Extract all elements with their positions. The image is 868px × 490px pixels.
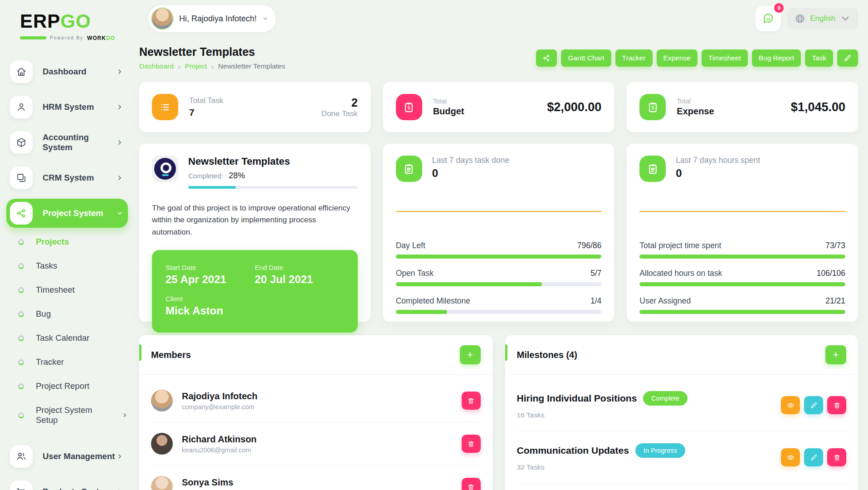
sidebar-item-user-management[interactable]: User Management [6, 442, 128, 471]
breadcrumb: Dashboard › Project › Newsletter Templat… [139, 62, 285, 70]
sidebar-item-dashboard[interactable]: Dashboard [6, 57, 128, 86]
member-name: Rajodiya Infotech [182, 391, 453, 402]
add-member-button[interactable]: + [460, 345, 481, 364]
project-progress-fill [188, 186, 236, 189]
start-date-value: 25 Apr 2021 [166, 273, 255, 286]
total-task-label: Total Task [189, 96, 311, 105]
trash-icon [833, 402, 841, 409]
hours-spent-chart-line [639, 211, 845, 212]
sidebar-item-products-system[interactable]: Products System [6, 477, 128, 490]
view-milestone-button[interactable] [781, 448, 800, 466]
chevron-right-icon [116, 103, 123, 111]
delete-milestone-button[interactable] [827, 448, 846, 466]
done-task-value: 2 [322, 96, 358, 109]
sidebar-subitem-timesheet[interactable]: Timesheet [18, 285, 128, 295]
messages-button[interactable]: 0 [756, 6, 781, 31]
sidebar-subitem-bug[interactable]: Bug [18, 309, 128, 319]
language-selector[interactable]: English [787, 8, 858, 29]
delete-milestone-button[interactable] [827, 396, 846, 414]
members-title: Members [151, 350, 191, 360]
edit-milestone-button[interactable] [804, 396, 823, 414]
logo-underline [20, 36, 46, 39]
sidebar-item-label: HRM System [43, 102, 116, 112]
sidebar-subitem-tracker[interactable]: Tracker [18, 357, 128, 367]
total-expense-card: $ Total Expense $1,045.00 [627, 82, 858, 132]
logo-work: WORK [87, 35, 106, 41]
bullet-ring-icon [18, 359, 24, 365]
sidebar-item-crm-system[interactable]: CRM System [6, 163, 128, 192]
user-icon [10, 96, 33, 118]
delete-member-button[interactable] [462, 392, 481, 410]
member-row: Sonya Sims picora7662@rezunz.com [151, 466, 481, 490]
chevron-down-icon [262, 15, 268, 22]
task-done-value: 0 [432, 167, 509, 180]
expense-button[interactable]: Expense [657, 49, 697, 67]
gantt-chart-button[interactable]: Gantt Chart [561, 49, 611, 67]
delete-member-button[interactable] [462, 435, 481, 453]
page-title: Newsletter Templates [139, 45, 285, 59]
members-card: Members + Rajodiya Infotech company@exam… [139, 335, 493, 490]
project-toolbar: Gantt Chart Tracker Expense Timesheet Bu… [536, 49, 858, 67]
add-milestone-button[interactable]: + [825, 345, 846, 364]
edit-project-button[interactable] [837, 49, 858, 67]
task-done-chart-line [396, 211, 602, 212]
total-task-card: Total Task 7 2 Done Task [139, 82, 371, 132]
share-button[interactable] [536, 49, 557, 67]
chevron-right-icon [122, 412, 128, 418]
breadcrumb-current: Newsletter Templates [218, 62, 285, 70]
member-email: company@example.com [182, 403, 453, 411]
task-button[interactable]: Task [805, 49, 833, 67]
sidebar-item-accounting-system[interactable]: Accounting System [6, 128, 128, 157]
sidebar-subitem-projects[interactable]: Projects [18, 237, 128, 247]
breadcrumb-project[interactable]: Project [185, 62, 207, 70]
sidebar-item-label: Dashboard [43, 67, 116, 77]
edit-milestone-button[interactable] [804, 448, 823, 466]
breadcrumb-separator: › [211, 63, 214, 70]
view-milestone-button[interactable] [781, 396, 800, 414]
bullet-ring-icon [18, 287, 24, 293]
bullet-ring-icon [18, 263, 24, 269]
sidebar-item-hrm-system[interactable]: HRM System [6, 93, 128, 122]
start-date-label: Start Date [166, 264, 255, 271]
app-logo[interactable]: ERPGO Powered By WORKDO [0, 9, 136, 42]
sidebar-item-project-system[interactable]: Project System [6, 199, 128, 228]
project-logo [152, 156, 178, 182]
expense-value: $1,045.00 [791, 100, 845, 114]
task-done-title: Last 7 days task done [432, 156, 509, 165]
member-row: Rajodiya Infotech company@example.com [151, 379, 481, 422]
list-icon [152, 94, 178, 120]
chevron-right-icon [116, 453, 123, 460]
clipboard-dollar-icon: $ [396, 94, 422, 120]
milestone-row: Hiring Individual Positions Complete 16 … [517, 379, 847, 431]
sidebar-item-label: Project System [43, 208, 116, 218]
member-email: keanu2006@gmail.com [182, 446, 453, 454]
chevron-right-icon [116, 139, 123, 146]
chevron-down-icon [116, 210, 123, 217]
milestone-title: Hiring Individual Positions [517, 393, 637, 404]
sidebar-subitem-project-system-setup[interactable]: Project System Setup [18, 405, 128, 425]
sidebar-subitem-tasks[interactable]: Tasks [18, 261, 128, 271]
user-menu[interactable]: Hi, Rajodiya Infotech! [148, 5, 276, 33]
bug-report-button[interactable]: Bug Report [752, 49, 801, 67]
bullet-ring-icon [18, 335, 24, 341]
end-date-label: End Date [255, 264, 344, 271]
completed-label: Completed: : [188, 172, 227, 180]
timesheet-button[interactable]: Timesheet [702, 49, 748, 67]
bullet-ring-icon [18, 412, 24, 418]
breadcrumb-separator: › [178, 63, 180, 70]
sidebar-subitem-project-report[interactable]: Project Report [18, 381, 128, 391]
share-icon [542, 54, 551, 62]
tracker-button[interactable]: Tracker [615, 49, 653, 67]
chat-bubble-icon [762, 12, 775, 25]
progress-row-completed-milestone: Completed Milestone1/4 [396, 296, 602, 314]
sidebar-subitem-task-calendar[interactable]: Task Calendar [18, 333, 128, 343]
progress-row-open-task: Open Task5/7 [396, 269, 602, 286]
progress-row-day-left: Day Left796/86 [396, 241, 602, 259]
breadcrumb-dashboard[interactable]: Dashboard [139, 62, 174, 70]
trash-icon [467, 483, 475, 490]
chevron-down-icon [840, 13, 851, 24]
task-done-card: Last 7 days task done 0 Day Left796/86 O… [383, 144, 614, 322]
end-date-value: 20 Jul 2021 [255, 273, 344, 286]
erpgo-dashboard: ERPGO Powered By WORKDO Dashboard HRM Sy… [0, 0, 868, 490]
delete-member-button[interactable] [462, 478, 481, 490]
